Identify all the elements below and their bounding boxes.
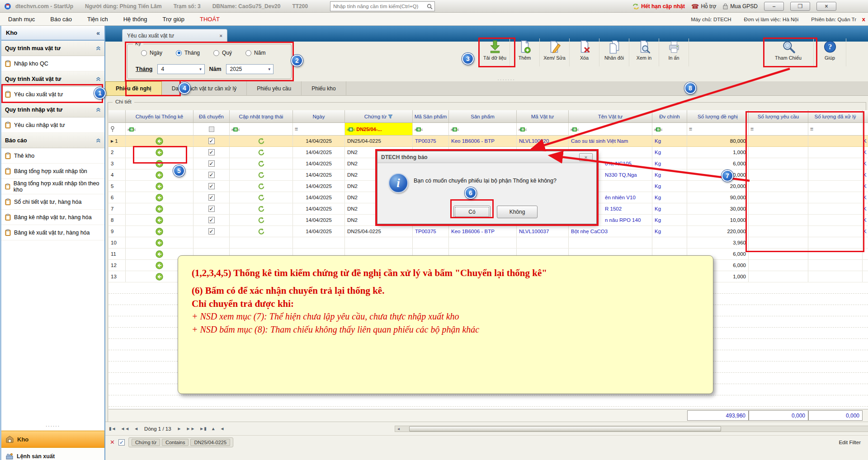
nav-up-icon[interactable]: ▲ (211, 426, 216, 431)
transferred-cell[interactable]: ✓ (193, 136, 230, 146)
filter-value-chip[interactable]: DN25/04-0225 (190, 439, 230, 446)
chevron-up-icon[interactable] (96, 77, 101, 81)
sidebar-group-header[interactable]: Quy trình mua vật tư (1, 41, 104, 56)
refresh-icon[interactable] (258, 160, 264, 167)
transferred-cell[interactable]: ✓ (193, 203, 230, 214)
radio-nam[interactable]: Năm (245, 50, 265, 56)
return-to-stats-icon[interactable] (156, 149, 163, 156)
filter-cell[interactable]: aBc (126, 123, 193, 135)
sidebar-item-nh-p-kho-qc[interactable]: Nhập kho QC (1, 56, 104, 71)
chevron-up-icon[interactable] (96, 138, 101, 143)
print-button[interactable]: In ấn (659, 38, 689, 66)
filter-cell[interactable]: aBc (569, 123, 652, 135)
return-to-stats-icon[interactable] (156, 137, 163, 145)
update-status-cell[interactable] (230, 181, 293, 192)
table-row[interactable]: 103,960 (108, 237, 868, 249)
menu-tro-giup[interactable]: Trợ giúp (162, 16, 184, 23)
menu-he-thong[interactable]: Hệ thống (123, 16, 147, 23)
chevron-up-icon[interactable] (96, 46, 101, 51)
checked-checkbox-icon[interactable]: ✓ (208, 149, 215, 155)
checked-checkbox-icon[interactable]: ✓ (208, 228, 215, 235)
add-button[interactable]: Thêm (510, 38, 540, 66)
return-to-stats-cell[interactable] (126, 215, 193, 225)
update-status-cell[interactable] (230, 158, 293, 169)
view-edit-button[interactable]: Xem/ Sửa (540, 38, 570, 66)
return-to-stats-cell[interactable] (126, 203, 193, 214)
filter-cell-doc[interactable]: aBcDN25/04-... (345, 123, 413, 135)
update-status-cell[interactable] (230, 169, 293, 180)
scroll-left-icon[interactable]: ◄ (395, 426, 402, 432)
checked-checkbox-icon[interactable]: ✓ (208, 183, 215, 189)
checked-checkbox-icon[interactable]: ✓ (208, 138, 215, 144)
header-chuyen-lai[interactable]: Chuyển lại Thống kê (126, 110, 193, 122)
sidebar-item-b-ng-t-ng-h-p-xu-t-nh-p-t-n[interactable]: Bảng tổng hợp xuất nhập tồn (1, 164, 104, 179)
nav-first-icon[interactable]: ▮◄ (109, 426, 116, 431)
header-ma-san-pham[interactable]: Mã Sản phẩm (413, 110, 449, 122)
nav-last-icon[interactable]: ►▮ (199, 426, 206, 431)
refresh-icon[interactable] (258, 206, 264, 212)
refresh-icon[interactable] (258, 194, 264, 201)
transferred-cell[interactable]: ✓ (193, 226, 230, 237)
radio-ngay[interactable]: Ngày (141, 50, 162, 56)
sidebar-item-b-ng-k-nh-p-v-t-t-h-ng-h-a[interactable]: Bảng kê nhập vật tư, hàng hóa (1, 210, 104, 225)
radio-selected-icon[interactable] (176, 50, 182, 56)
restore-button[interactable]: ❐ (790, 2, 810, 11)
month-select[interactable]: 4▼ (157, 64, 205, 74)
checked-checkbox-icon[interactable]: ✓ (208, 194, 215, 201)
return-to-stats-icon[interactable] (156, 171, 163, 179)
duplicate-button[interactable]: Nhân đôi (599, 38, 629, 66)
update-expired-status[interactable]: Hết hạn cập nhật (632, 3, 685, 9)
update-status-cell[interactable] (230, 203, 293, 214)
panel-close-icon[interactable]: x (862, 16, 865, 23)
active-filter[interactable]: Chứng từ Contains DN25/04-0225 (128, 437, 233, 447)
year-select[interactable]: 2025▼ (226, 64, 274, 74)
sidebar-item-th-kho[interactable]: Thẻ kho (1, 148, 104, 164)
checked-checkbox-icon[interactable]: ✓ (208, 206, 215, 212)
filter-field-chip[interactable]: Chứng từ (132, 439, 160, 446)
close-button[interactable]: × (816, 2, 836, 11)
filter-cell[interactable]: aBc (413, 123, 449, 135)
header-so-luong-de-nghi[interactable]: Số lượng đề nghị (687, 110, 749, 122)
return-to-stats-icon[interactable] (156, 273, 163, 281)
print-preview-button[interactable]: Xem in (629, 38, 659, 66)
menu-bao-cao[interactable]: Báo cáo (50, 16, 72, 23)
subtab-phieu-kho[interactable]: Phiếu kho (302, 81, 346, 96)
update-status-cell[interactable] (230, 215, 293, 225)
filter-cell[interactable]: aBc (652, 123, 687, 135)
subtab-phieu-de-nghi[interactable]: Phiếu đề nghị (105, 81, 162, 96)
filter-cell-checkbox[interactable] (193, 123, 230, 135)
radio-icon[interactable] (245, 50, 251, 56)
filter-cell-eq[interactable]: = (293, 123, 345, 135)
refresh-icon[interactable] (258, 149, 264, 156)
return-to-stats-cell[interactable] (126, 136, 193, 146)
radio-thang[interactable]: Tháng (176, 50, 200, 56)
sidebar-module-lenh-san-xuat[interactable]: Lệnh sản xuất (1, 448, 104, 460)
tab-close-icon[interactable]: × (220, 33, 222, 38)
checked-checkbox-icon[interactable]: ✓ (208, 172, 215, 178)
filter-pin-icon[interactable] (108, 123, 126, 135)
horizontal-scrollbar[interactable]: ◄ ► (395, 426, 868, 432)
header-so-luong-da-xu-ly[interactable]: Số lượng đã xử lý (808, 110, 863, 122)
sidebar-group-header[interactable]: Quy trình Xuất vật tư (1, 71, 104, 87)
radio-icon[interactable] (141, 50, 147, 56)
transferred-cell[interactable]: ✓ (193, 181, 230, 192)
sidebar-item-b-ng-k-xu-t-v-t-t-h-ng-h-a[interactable]: Bảng kê xuất vật tư, hàng hóa (1, 225, 104, 240)
edit-filter-link[interactable]: Edit Filter (839, 440, 861, 445)
table-row[interactable]: 9✓14/04/2025DN25/04-0225TP00375Keo 1B600… (108, 226, 868, 237)
refresh-icon[interactable] (258, 138, 264, 145)
sidebar-splitter[interactable]: ...... (1, 422, 104, 428)
sidebar-item-s-chi-ti-t-v-t-t-h-ng-h-a[interactable]: Sổ chi tiết vật tư, hàng hóa (1, 194, 104, 210)
chevron-up-icon[interactable] (96, 108, 101, 112)
header-da-chuyen[interactable]: Đã chuyển (193, 110, 230, 122)
menu-danh-muc[interactable]: Danh mục (8, 16, 35, 23)
yes-button[interactable]: Có (453, 206, 491, 218)
feature-search[interactable] (330, 1, 435, 11)
header-so-luong-yeu-cau[interactable]: Số lượng yêu cầu (749, 110, 808, 122)
return-to-stats-icon[interactable] (156, 160, 163, 168)
sidebar-group-header[interactable]: Quy trình nhập vật tư (1, 102, 104, 117)
filter-operator-chip[interactable]: Contains (162, 439, 189, 446)
return-to-stats-icon[interactable] (156, 262, 163, 269)
return-to-stats-cell[interactable] (126, 181, 193, 192)
menu-thoat[interactable]: THOÁT (200, 16, 220, 23)
update-status-cell[interactable] (230, 226, 293, 237)
